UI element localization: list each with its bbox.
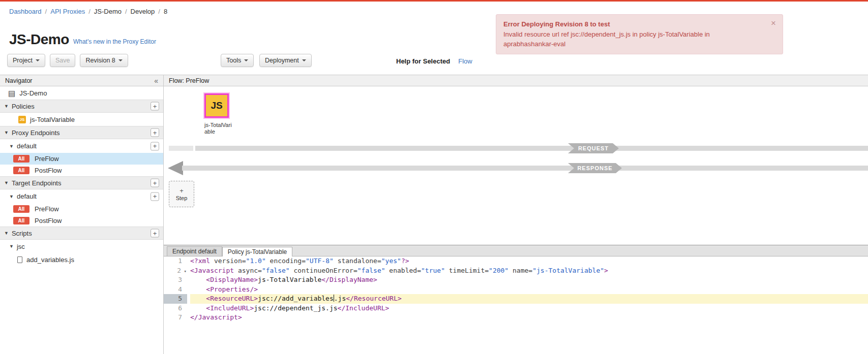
code-token-attr: standalone= <box>334 257 381 265</box>
breadcrumb-revision: 8 <box>164 8 167 15</box>
code-token-txt <box>190 304 206 312</box>
whats-new-link[interactable]: What's new in the Proxy Editor <box>73 38 156 45</box>
code-token-str: "UTF-8" <box>306 257 334 265</box>
sidebar-item-js-demo[interactable]: ▤ JS-Demo <box>0 86 163 100</box>
error-banner: Error Deploying Revision 8 to test Inval… <box>496 14 783 54</box>
code-token-tag: <DisplayName> <box>206 276 258 283</box>
sidebar-item-add-variables-js[interactable]: add_variables.js <box>0 253 163 266</box>
sidebar-item-label: default <box>17 142 37 150</box>
request-flow-bar <box>195 146 868 151</box>
caret-down-icon <box>302 59 306 61</box>
gutter-line-number[interactable]: 3 <box>164 275 187 285</box>
gutter-line-number[interactable]: 5 <box>164 294 187 304</box>
project-button[interactable]: Project <box>7 54 45 67</box>
code-line[interactable]: <?xml version="1.0" encoding="UTF-8" sta… <box>190 256 868 266</box>
sidebar-item-js-totalvariable[interactable]: JS js-TotalVariable <box>0 113 163 126</box>
expand-triangle-icon: ▼ <box>4 130 9 135</box>
js-policy-icon: JS <box>18 116 26 123</box>
sidebar-item-proxy-postflow[interactable]: All PostFlow <box>0 165 163 176</box>
code-editor: Endpoint default Policy js-TotalVariable… <box>164 245 868 354</box>
code-token-txt: js-TotalVariable <box>258 276 321 283</box>
navigator-panel: Navigator « ▤ JS-Demo ▼ Policies + JS js… <box>0 75 164 354</box>
code-lines[interactable]: <?xml version="1.0" encoding="UTF-8" sta… <box>187 256 868 354</box>
code-gutter[interactable]: 12 ▾34567 <box>164 256 187 354</box>
code-line[interactable]: </Javascript> <box>190 313 868 323</box>
main-content: Navigator « ▤ JS-Demo ▼ Policies + JS js… <box>0 75 868 354</box>
request-flow-ribbon: REQUEST <box>568 143 619 153</box>
add-proxy-endpoint-button[interactable]: + <box>151 128 159 137</box>
caret-down-icon <box>118 59 123 61</box>
code-token-txt <box>190 285 206 293</box>
code-token-tag: > <box>604 267 608 274</box>
response-flow-ribbon: RESPONSE <box>568 163 622 173</box>
revision-button[interactable]: Revision 8 <box>80 54 128 67</box>
breadcrumb-api-proxies[interactable]: API Proxies <box>50 8 85 15</box>
tools-button-label: Tools <box>226 57 241 64</box>
sidebar-item-proxy-default[interactable]: ▼ default + <box>0 139 163 153</box>
code-token-tag: <Properties/> <box>206 285 258 293</box>
gutter-line-number[interactable]: 6 <box>164 304 187 313</box>
code-token-tag: </DisplayName> <box>321 276 377 283</box>
tools-button[interactable]: Tools <box>221 54 254 67</box>
tab-endpoint-default[interactable]: Endpoint default <box>167 246 222 256</box>
code-token-str: "1.0" <box>246 257 266 265</box>
add-target-endpoint-button[interactable]: + <box>151 179 159 187</box>
request-flow-bar-start <box>169 146 193 151</box>
sidebar-section-target-endpoints[interactable]: ▼ Target Endpoints + <box>0 176 163 189</box>
code-token-tag: <Javascript <box>190 267 238 274</box>
fold-caret-icon[interactable]: ▾ <box>181 269 187 274</box>
help-flow-link[interactable]: Flow <box>458 57 472 65</box>
section-label: Target Endpoints <box>12 179 62 187</box>
close-icon[interactable]: × <box>771 19 776 27</box>
code-token-str: "yes" <box>381 257 401 265</box>
sidebar-item-jsc-folder[interactable]: ▼ jsc <box>0 240 163 253</box>
collapse-navigator-icon[interactable]: « <box>154 77 158 85</box>
code-token-tag: <IncludeURL> <box>206 304 254 312</box>
sidebar-item-label: JS-Demo <box>19 89 47 97</box>
code-line[interactable]: <DisplayName>js-TotalVariable</DisplayNa… <box>190 275 868 285</box>
code-token-attr: timeLimit= <box>445 267 489 274</box>
breadcrumb-dashboard[interactable]: Dashboard <box>9 8 42 15</box>
code-token-tag: <?xml <box>190 257 214 265</box>
code-line[interactable]: <ResourceURL>jsc://add_variables.js</Res… <box>190 294 868 304</box>
sidebar-section-policies[interactable]: ▼ Policies + <box>0 100 163 113</box>
sidebar-section-scripts[interactable]: ▼ Scripts + <box>0 227 163 240</box>
tab-policy-js-totalvariable[interactable]: Policy js-TotalVariable <box>222 247 293 256</box>
code-token-tag: </ResourceURL> <box>346 295 402 302</box>
page-title: JS-Demo <box>9 31 69 48</box>
sidebar-item-label: PostFlow <box>35 167 62 174</box>
code-line[interactable]: <IncludeURL>jsc://dependent_js.js</Inclu… <box>190 304 868 313</box>
sidebar-item-target-preflow[interactable]: All PreFlow <box>0 203 163 215</box>
breadcrumb-js-demo: JS-Demo <box>94 8 122 15</box>
caret-down-icon <box>36 59 40 61</box>
gutter-line-number[interactable]: 7 <box>164 313 187 323</box>
code-line[interactable]: <Javascript async="false" continueOnErro… <box>190 266 868 276</box>
save-button[interactable]: Save <box>50 54 76 67</box>
sidebar-section-proxy-endpoints[interactable]: ▼ Proxy Endpoints + <box>0 126 163 139</box>
add-step-button[interactable]: + Step <box>169 181 194 207</box>
sidebar-item-target-postflow[interactable]: All PostFlow <box>0 215 163 227</box>
deployment-button[interactable]: Deployment <box>259 54 312 67</box>
sidebar-item-label: PreFlow <box>35 155 59 163</box>
gutter-line-number[interactable]: 2 ▾ <box>164 266 187 276</box>
gutter-line-number[interactable]: 4 <box>164 285 187 295</box>
expand-triangle-icon: ▼ <box>9 194 14 199</box>
add-policy-button[interactable]: + <box>151 102 159 111</box>
breadcrumb-separator: / <box>158 8 160 15</box>
navigator-title: Navigator <box>5 77 33 84</box>
add-script-button[interactable]: + <box>151 229 159 238</box>
add-proxy-flow-button[interactable]: + <box>151 142 159 150</box>
code-line[interactable]: <Properties/> <box>190 285 868 295</box>
flow-editor-pane: Flow: PreFlow JS js-TotalVariable REQUES… <box>164 75 868 354</box>
gutter-line-number[interactable]: 1 <box>164 256 187 266</box>
code-token-attr: version= <box>214 257 246 265</box>
code-token-txt <box>190 276 206 283</box>
sidebar-item-label: add_variables.js <box>26 256 74 264</box>
code-area[interactable]: 12 ▾34567 <?xml version="1.0" encoding="… <box>164 256 868 354</box>
sidebar-item-proxy-preflow[interactable]: All PreFlow <box>0 153 163 165</box>
code-token-str: "false" <box>262 267 290 274</box>
add-target-flow-button[interactable]: + <box>151 192 159 201</box>
sidebar-item-label: PostFlow <box>35 217 62 224</box>
policy-node-js-totalvariable[interactable]: JS js-TotalVariable <box>204 93 234 135</box>
sidebar-item-target-default[interactable]: ▼ default + <box>0 189 163 203</box>
